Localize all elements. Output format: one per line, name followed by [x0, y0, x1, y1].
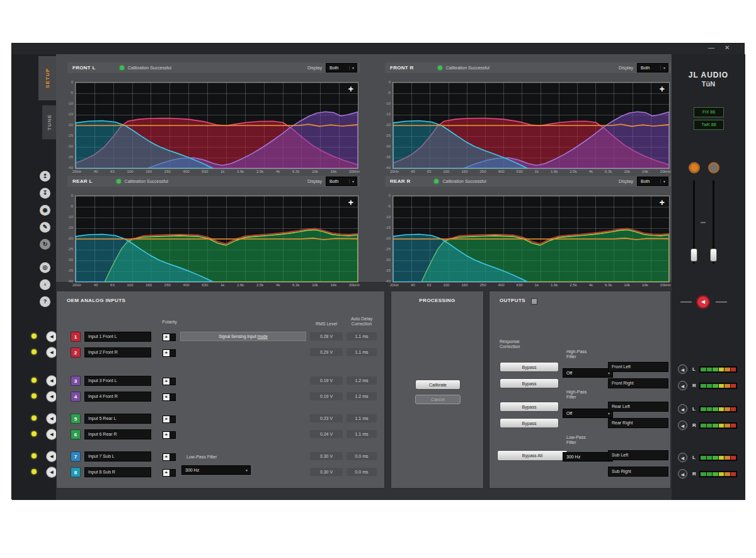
response-plot[interactable]: +: [75, 195, 358, 282]
polarity-toggle[interactable]: +: [163, 334, 176, 341]
bypass-all-button[interactable]: Bypass All: [497, 450, 568, 461]
polarity-toggle[interactable]: +: [163, 431, 176, 439]
vu-meter: [699, 383, 737, 389]
graph-header: FRONT R Calibration Successful Display B…: [385, 62, 671, 73]
response-plot[interactable]: +: [392, 195, 670, 282]
upload-icon[interactable]: ↥: [40, 171, 50, 182]
speaker-icon[interactable]: ◀: [678, 381, 687, 390]
download-icon[interactable]: ↧: [40, 188, 50, 199]
hpf-dropdown-front[interactable]: Off ▾: [563, 368, 613, 378]
delay-value: 0.0 ms: [346, 452, 377, 460]
input-lowpass-dropdown[interactable]: 300 Hz ▾: [181, 465, 251, 475]
polarity-toggle[interactable]: +: [163, 393, 176, 401]
output-meter-row: ◀ L: [672, 364, 745, 375]
response-plot[interactable]: +: [392, 82, 670, 169]
input-badge: 3: [71, 376, 81, 386]
lpf-dropdown-sub[interactable]: 300 Hz ▾: [563, 452, 613, 462]
graph-panel-front-r: FRONT R Calibration Successful Display B…: [382, 62, 671, 177]
speaker-icon[interactable]: ◀: [678, 404, 687, 414]
bypass-button-rear-r[interactable]: Bypass: [500, 418, 559, 428]
polarity-toggle[interactable]: +: [163, 378, 176, 385]
display-dropdown[interactable]: Both ▾: [637, 63, 668, 73]
input-name-field[interactable]: Input 5 Rear L: [84, 414, 151, 424]
device-display-twk: TwK 88: [694, 120, 724, 130]
output-name-field[interactable]: Rear Left: [608, 402, 668, 412]
fader-handle-right[interactable]: [710, 248, 717, 262]
outputs-options-icon[interactable]: [531, 298, 537, 305]
polarity-toggle[interactable]: +: [163, 453, 176, 461]
polarity-toggle[interactable]: +: [163, 416, 176, 423]
input-badge: 6: [71, 429, 81, 439]
polarity-toggle[interactable]: +: [163, 349, 176, 357]
input-name-field[interactable]: Input 2 Front R: [84, 347, 151, 357]
response-plot[interactable]: +: [75, 82, 358, 169]
level-knob-left[interactable]: [689, 162, 700, 173]
processing-panel: PROCESSING Calibrate Cancel: [391, 291, 484, 489]
input-row: 4 Input 4 Front R + 0.19 V 1.2 ms: [57, 392, 384, 402]
record-icon[interactable]: ◉: [40, 205, 50, 216]
display-dropdown[interactable]: Both ▾: [637, 177, 668, 186]
calibrate-button[interactable]: Calibrate: [415, 380, 461, 390]
speaker-icon[interactable]: ◀: [678, 469, 687, 479]
input-row: 3 Input 3 Front L + 0.19 V 1.2 ms: [57, 376, 384, 387]
delay-value: 1.1 ms: [346, 430, 377, 438]
bypass-button-rear-l[interactable]: Bypass: [500, 402, 559, 412]
input-signal-led: [32, 416, 37, 421]
cancel-button[interactable]: Cancel: [415, 395, 461, 404]
title-bar: — ✕: [12, 44, 744, 54]
edit-icon[interactable]: ✎: [40, 222, 50, 233]
input-name-field[interactable]: Input 6 Rear R: [84, 429, 151, 439]
display-label: Display: [619, 179, 633, 183]
crosshair-icon: +: [348, 197, 353, 207]
brand-logo: JL AUDIO: [672, 71, 745, 79]
fader-center-mark: [701, 222, 706, 223]
back-icon[interactable]: ‹: [40, 279, 50, 290]
help-icon[interactable]: ?: [40, 296, 50, 307]
graph-title: REAR R: [390, 178, 410, 184]
sync-icon[interactable]: ↻: [40, 239, 50, 250]
page: — ✕ FRONT L Calibration Successful Displ…: [0, 0, 756, 558]
input-signal-led: [32, 349, 37, 354]
graph-panel-rear-r: REAR R Calibration Successful Display Bo…: [382, 176, 671, 291]
chevron-down-icon: ▾: [605, 411, 612, 416]
fader-handle-left[interactable]: [690, 248, 697, 262]
tab-tune[interactable]: TUNE: [42, 105, 56, 139]
input-name-field[interactable]: Input 3 Front L: [84, 376, 151, 386]
input-name-field[interactable]: Input 1 Front L: [84, 332, 151, 342]
output-name-field[interactable]: Sub Left: [608, 450, 668, 460]
polarity-toggle[interactable]: +: [163, 469, 176, 477]
bypass-button-front-l[interactable]: Bypass: [500, 362, 559, 372]
display-label: Display: [307, 66, 322, 70]
close-button[interactable]: ✕: [724, 44, 730, 51]
output-name-field[interactable]: Front Right: [608, 378, 668, 388]
delay-value: 1.1 ms: [346, 414, 377, 422]
input-row: 6 Input 6 Rear R + 0.24 V 1.1 ms: [57, 429, 384, 440]
input-name-field[interactable]: Input 8 Sub R: [84, 467, 151, 477]
speaker-icon[interactable]: ◀: [678, 453, 687, 462]
display-dropdown[interactable]: Both ▾: [326, 177, 357, 186]
rms-value: 0.30 V: [310, 468, 343, 476]
graph-title: FRONT L: [72, 65, 96, 71]
target-icon[interactable]: ◎: [40, 262, 50, 273]
minimize-button[interactable]: —: [708, 44, 714, 51]
output-name-field[interactable]: Rear Right: [608, 418, 668, 428]
bypass-button-front-r[interactable]: Bypass: [500, 378, 559, 388]
tab-setup[interactable]: SETUP: [38, 56, 56, 100]
vu-meter: [699, 422, 737, 429]
output-name-field[interactable]: Front Left: [608, 362, 668, 372]
volume-mark-right: [716, 301, 727, 303]
chevron-down-icon: ▾: [243, 468, 250, 472]
master-mute-knob[interactable]: ◀: [696, 295, 710, 309]
hpf-dropdown-rear[interactable]: Off ▾: [563, 409, 613, 418]
level-knob-right[interactable]: [708, 162, 719, 173]
speaker-icon[interactable]: ◀: [678, 364, 687, 374]
input-name-field[interactable]: Input 4 Front R: [84, 392, 151, 402]
calibration-status-led: [120, 66, 124, 70]
device-display-fix: FiX 86: [694, 107, 724, 117]
response-correction-label: ResponseCorrection: [500, 339, 520, 350]
input-name-field[interactable]: Input 7 Sub L: [84, 451, 151, 462]
output-name-field[interactable]: Sub Right: [608, 467, 668, 477]
display-dropdown[interactable]: Both ▾: [326, 63, 357, 73]
speaker-icon[interactable]: ◀: [678, 421, 687, 430]
graph-title: REAR L: [72, 178, 93, 184]
